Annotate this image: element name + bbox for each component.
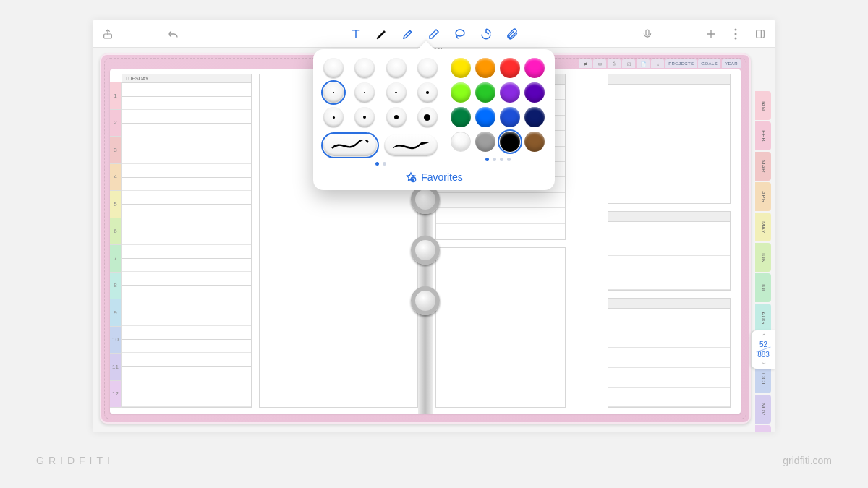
pen-color-option[interactable] [475, 58, 495, 78]
app-window: HOME ⇄✉⎙☑📄☆PROJECTSGOALSYEAR 12345678910… [93, 20, 775, 432]
nav-icon[interactable]: 📄 [637, 59, 650, 68]
focus-box[interactable] [608, 74, 731, 204]
more-button[interactable] [725, 23, 746, 45]
month-tabs: JANFEBMARAPRMAYJUNJULAUGSEPOCTNOVDEC [755, 91, 771, 432]
pen-size-option[interactable] [354, 107, 375, 127]
pen-color-option[interactable] [475, 82, 495, 103]
pen-size-option[interactable] [354, 58, 375, 78]
month-tab-jun[interactable]: JUN [755, 243, 771, 272]
pen-color-grid [451, 58, 545, 152]
svg-rect-6 [757, 30, 765, 38]
hour-label: 1 [110, 82, 122, 110]
page-current: 52 [753, 341, 774, 348]
pen-size-option[interactable] [386, 107, 407, 127]
hour-label: 7 [110, 245, 122, 273]
pen-tool-button[interactable] [371, 23, 393, 45]
pen-size-option[interactable] [354, 82, 375, 103]
hour-label: 2 [110, 110, 122, 137]
planner-nav-tabs: ⇄✉⎙☑📄☆PROJECTSGOALSYEAR [579, 59, 741, 68]
month-tab-feb[interactable]: FEB [755, 121, 771, 150]
pen-size-option[interactable] [386, 58, 407, 78]
pen-size-option[interactable] [417, 82, 438, 103]
pen-color-option[interactable] [451, 58, 471, 78]
month-tab-apr[interactable]: APR [755, 182, 771, 211]
pen-color-option[interactable] [524, 58, 545, 78]
pen-color-option[interactable] [524, 132, 545, 152]
size-pager[interactable] [323, 162, 438, 166]
pen-color-option[interactable] [451, 132, 471, 152]
pen-size-option[interactable] [417, 107, 438, 127]
pen-size-option[interactable] [386, 82, 407, 103]
highlighter-tool-button[interactable] [397, 23, 419, 45]
hour-label: 6 [110, 218, 122, 246]
sidebar-button[interactable] [749, 23, 771, 45]
lined-box[interactable] [608, 298, 731, 408]
notes-dotted-right[interactable] [435, 247, 566, 408]
color-pager[interactable] [451, 158, 545, 161]
tool-group [345, 23, 523, 45]
priorities-box[interactable] [608, 211, 731, 291]
favorites-button[interactable]: Favorites [323, 171, 545, 183]
pen-size-grid [323, 58, 438, 127]
pen-color-option[interactable] [500, 107, 520, 127]
month-tab-dec[interactable]: DEC [755, 425, 771, 432]
month-tab-jul[interactable]: JUL [755, 273, 771, 302]
month-tab-aug[interactable]: AUG [755, 304, 771, 333]
watermark-brand: GRIDFITI [36, 455, 114, 466]
pen-color-option[interactable] [500, 58, 520, 78]
pen-color-option[interactable] [475, 107, 495, 127]
star-icon [405, 171, 417, 183]
nav-icon[interactable]: ⇄ [579, 59, 592, 68]
month-tab-jan[interactable]: JAN [755, 91, 771, 120]
month-tab-may[interactable]: MAY [755, 213, 771, 241]
hour-label: 3 [110, 137, 122, 164]
stroke-smooth-option[interactable] [323, 134, 377, 156]
text-tool-button[interactable] [345, 23, 367, 45]
svg-point-4 [735, 33, 737, 35]
undo-button[interactable] [162, 23, 184, 45]
hour-label: 12 [110, 381, 122, 408]
month-tab-nov[interactable]: NOV [755, 395, 771, 424]
svg-point-3 [735, 28, 737, 30]
nav-icon[interactable]: ✉ [593, 59, 606, 68]
hour-label: 5 [110, 191, 122, 218]
day-header: TUESDAY [122, 74, 251, 83]
pen-color-option[interactable] [500, 132, 520, 152]
lasso-tool-button[interactable] [449, 23, 471, 45]
shape-tool-button[interactable] [475, 23, 497, 45]
page-prev-icon[interactable]: ⌃ [753, 333, 774, 341]
pen-size-option[interactable] [417, 58, 438, 78]
page-counter[interactable]: ⌃ 52 883 ⌄ [751, 330, 775, 369]
mic-button[interactable] [637, 23, 658, 45]
pen-color-option[interactable] [451, 107, 471, 127]
nav-icon[interactable]: ☑ [622, 59, 635, 68]
svg-point-5 [735, 37, 737, 39]
month-tab-mar[interactable]: MAR [755, 152, 771, 181]
pen-color-option[interactable] [500, 82, 520, 103]
hour-scale: 123456789101112 [110, 82, 122, 408]
nav-tab-goals[interactable]: GOALS [698, 59, 720, 68]
pen-size-option[interactable] [323, 107, 344, 127]
page-next-icon[interactable]: ⌄ [753, 359, 774, 366]
pen-color-option[interactable] [524, 82, 545, 103]
stroke-pressure-option[interactable] [384, 134, 438, 156]
add-button[interactable] [700, 23, 722, 45]
binder-ring-icon [411, 286, 440, 315]
pen-settings-popover: Favorites [313, 49, 555, 190]
nav-tab-year[interactable]: YEAR [722, 59, 741, 68]
attachment-tool-button[interactable] [501, 23, 523, 45]
nav-tab-projects[interactable]: PROJECTS [665, 59, 697, 68]
day-schedule[interactable]: TUESDAY [122, 74, 252, 408]
nav-icon[interactable]: ☆ [651, 59, 664, 68]
binder-ring-icon [411, 236, 440, 265]
svg-point-1 [456, 30, 464, 36]
pen-color-option[interactable] [451, 82, 471, 103]
pen-size-option[interactable] [323, 82, 344, 103]
svg-rect-2 [646, 30, 649, 35]
pen-color-option[interactable] [524, 107, 545, 127]
nav-icon[interactable]: ⎙ [608, 59, 621, 68]
hour-label: 4 [110, 164, 122, 192]
share-button[interactable] [97, 23, 119, 45]
pen-color-option[interactable] [475, 132, 495, 152]
pen-size-option[interactable] [323, 58, 344, 78]
